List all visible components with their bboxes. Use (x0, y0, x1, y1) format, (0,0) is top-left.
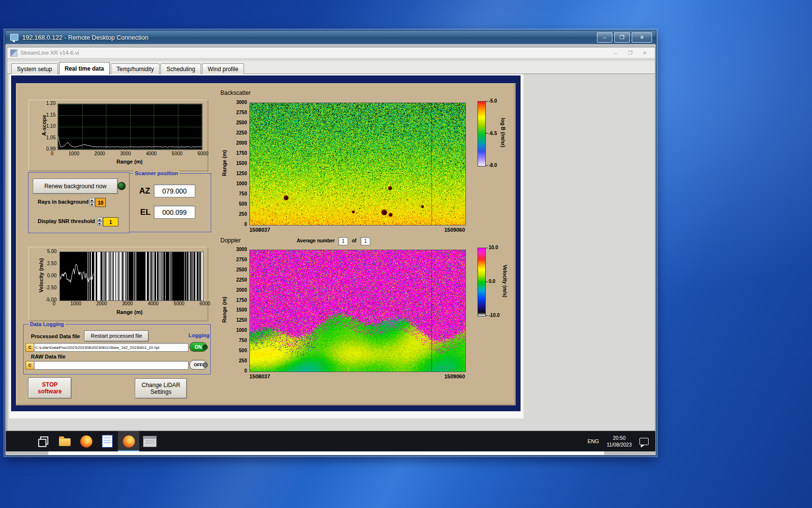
doppler-colorbar-tick: 10.0 (486, 245, 505, 250)
average-total-field[interactable]: 1 (361, 237, 370, 245)
backscatter-ytick: 1500 (236, 161, 247, 166)
raw-logging-toggle[interactable]: OFF (189, 360, 207, 370)
backscatter-ytick: 1000 (236, 181, 247, 186)
app-maximize-button[interactable]: ❐ (624, 50, 637, 56)
toggle-lever (203, 344, 208, 350)
velocity-ytick: -2.50 (45, 285, 57, 290)
taskbar-tray: ENG 20:50 11/08/2023 (587, 434, 649, 448)
backscatter-ytick: 500 (239, 202, 247, 207)
stop-software-button[interactable]: STOP software (28, 377, 72, 399)
lidar-panel: A-scope 1.201.151.101.050.99 01000200030… (16, 83, 516, 405)
app-window-controls: – ❐ ✕ (609, 50, 651, 56)
bottom-window-edge (48, 451, 604, 455)
elevation-value-field[interactable]: 000.099 (154, 206, 195, 219)
remote-desktop: StreamLine XR v14-6.vi – ❐ ✕ System setu… (6, 44, 655, 455)
average-number-label: Average number (297, 238, 335, 243)
doppler-x-axis: 1508037 1509060 (249, 374, 465, 379)
task-view-icon[interactable] (33, 431, 54, 451)
tab-real-time-data[interactable]: Real time data (59, 62, 110, 75)
file-explorer-icon[interactable] (54, 431, 75, 451)
restart-processed-file-button[interactable]: Restart processed file (84, 330, 149, 342)
snr-spinner[interactable] (97, 217, 102, 225)
ascope-xtick: 5000 (172, 151, 182, 156)
rays-value-field[interactable]: 10 (95, 198, 106, 207)
text-editor-icon[interactable] (97, 431, 118, 451)
backscatter-colorbar-tick: -8.0 (486, 163, 503, 168)
backscatter-plot (249, 103, 466, 225)
processed-path-field[interactable]: C:\Lidar\Data\Proc\2023\202308\20230811\… (34, 343, 188, 352)
tab-wind-profile[interactable]: Wind profile (202, 63, 244, 74)
velocity-ytick: 2.50 (47, 261, 57, 266)
backscatter-colorbar (478, 101, 486, 166)
rays-in-background-label: Rays in background (38, 199, 88, 205)
change-settings-line1: Change LiDAR (142, 382, 180, 388)
velocity-xtick: 2000 (96, 301, 107, 306)
backscatter-ytick: 250 (239, 212, 247, 217)
backscatter-ytick: 1250 (236, 171, 247, 176)
toggle-lever (203, 362, 208, 368)
tab-strip: System setup Real time data Temp/humidit… (7, 61, 655, 74)
backscatter-ytick: 2000 (236, 141, 247, 146)
velocity-xtick: 0 (53, 301, 56, 306)
ascope-xtick: 1000 (69, 151, 79, 156)
stop-line1: STOP (42, 381, 58, 388)
backscatter-colorbar-label: log B (/m/sr) (500, 104, 506, 162)
processed-drive-selector[interactable]: C (26, 343, 34, 352)
azimuth-value-field[interactable]: 079.000 (154, 184, 195, 197)
ascope-x-ticks: 0100020003000400050006000 (51, 151, 208, 156)
tab-temp-humidity[interactable]: Temp/humidity (111, 63, 160, 74)
rdp-window: 192.168.0.122 - Remote Desktop Connectio… (5, 30, 656, 456)
doppler-ytick: 1250 (236, 318, 247, 323)
velocity-graph: Velocity (m/s) 5.002.500.00-2.50-5.00 01… (29, 247, 208, 321)
background-led-indicator (117, 182, 126, 190)
language-indicator[interactable]: ENG (587, 438, 599, 444)
tab-scheduling[interactable]: Scheduling (160, 63, 201, 74)
scan-scheduler-icon[interactable] (139, 431, 160, 451)
firefox-active-icon[interactable] (118, 431, 139, 451)
velocity-xtick: 1000 (71, 301, 81, 306)
restart-processed-file-label: Restart processed file (91, 333, 142, 339)
app-titlebar: StreamLine XR v14-6.vi – ❐ ✕ (7, 47, 655, 59)
close-button[interactable]: ✕ (632, 32, 652, 43)
change-lidar-settings-button[interactable]: Change LiDAR Settings (135, 378, 187, 399)
processed-data-file-label: Processed Data file (31, 333, 80, 339)
rays-spinner[interactable] (89, 198, 95, 206)
doppler-ytick: 1000 (236, 328, 247, 333)
tab-system-setup[interactable]: System setup (11, 63, 58, 74)
raw-drive-selector[interactable]: C (26, 361, 34, 370)
doppler-ytick: 2000 (236, 288, 247, 293)
doppler-ytick: 250 (239, 359, 247, 363)
app-minimize-button[interactable]: – (609, 50, 622, 56)
app-close-button[interactable]: ✕ (638, 50, 651, 56)
app-icon (10, 49, 17, 57)
action-center-icon[interactable] (639, 438, 649, 445)
clock-date: 11/08/2023 (607, 441, 632, 448)
backscatter-x-start: 1508037 (249, 227, 270, 233)
maximize-button[interactable]: ❐ (614, 32, 630, 43)
average-number-field[interactable]: 1 (338, 237, 348, 245)
ascope-xtick: 4000 (146, 151, 157, 156)
snr-value-field[interactable]: 1 (103, 217, 118, 226)
backscatter-ytick: 750 (239, 192, 247, 196)
taskbar-clock[interactable]: 20:50 11/08/2023 (607, 434, 632, 448)
velocity-plot (59, 252, 203, 301)
minimize-button[interactable]: – (597, 32, 612, 43)
doppler-title: Doppler (220, 237, 241, 244)
taskbar-icons (33, 431, 160, 451)
velocity-xtick: 4000 (148, 301, 159, 306)
backscatter-y-axis-label: Range (m) (221, 139, 227, 187)
ascope-x-axis-label: Range (m) (89, 159, 170, 164)
ascope-ytick: 1.20 (46, 101, 56, 106)
raw-path-field[interactable] (34, 361, 188, 370)
logging-label: Logging (187, 332, 211, 338)
raw-logging-state: OFF (194, 362, 203, 367)
doppler-ytick: 500 (239, 348, 247, 353)
processed-logging-toggle[interactable]: ON (189, 342, 207, 352)
ascope-xtick: 6000 (198, 151, 208, 156)
firefox-icon[interactable] (75, 431, 97, 451)
ascope-xtick: 0 (51, 151, 54, 156)
data-logging-title: Data Logging (29, 321, 65, 327)
renew-background-button[interactable]: Renew background now (33, 179, 118, 194)
elevation-label: EL (140, 208, 151, 217)
panel-frame: A-scope 1.201.151.101.050.99 01000200030… (11, 75, 521, 411)
